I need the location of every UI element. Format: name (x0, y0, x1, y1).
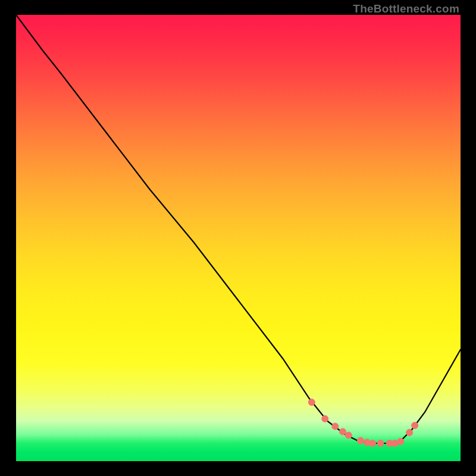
data-point (397, 439, 404, 445)
data-points-group (308, 399, 418, 447)
chart-svg (16, 15, 461, 461)
curve-line (16, 15, 461, 443)
data-point (345, 432, 352, 439)
data-point (357, 437, 364, 444)
data-point (412, 422, 418, 429)
data-point (406, 430, 413, 436)
watermark-text: TheBottleneck.com (353, 2, 459, 15)
data-point (340, 428, 346, 435)
data-point (308, 399, 315, 406)
chart-frame: TheBottleneck.com (0, 0, 476, 476)
data-point (377, 440, 384, 447)
data-point (322, 415, 328, 422)
data-point (369, 440, 376, 447)
data-point (392, 440, 398, 447)
data-point (332, 423, 339, 430)
